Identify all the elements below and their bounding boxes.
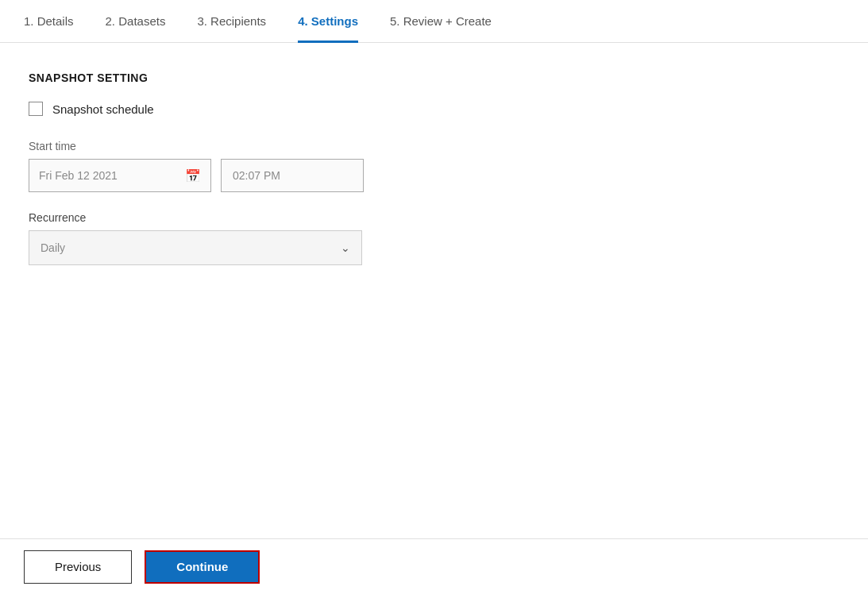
continue-button[interactable]: Continue <box>145 550 260 584</box>
chevron-down-icon: ⌄ <box>341 241 350 254</box>
date-time-row: Fri Feb 12 2021 📅 02:07 PM <box>29 159 839 192</box>
tab-datasets[interactable]: 2. Datasets <box>106 14 166 43</box>
time-input[interactable]: 02:07 PM <box>221 159 364 192</box>
tab-details[interactable]: 1. Details <box>24 14 74 43</box>
date-value: Fri Feb 12 2021 <box>39 169 179 182</box>
section-title: SNAPSHOT SETTING <box>29 71 839 84</box>
tab-recipients[interactable]: 3. Recipients <box>197 14 266 43</box>
calendar-icon: 📅 <box>185 168 201 183</box>
tab-review-create[interactable]: 5. Review + Create <box>390 14 492 43</box>
recurrence-selected: Daily <box>41 241 65 254</box>
tab-settings[interactable]: 4. Settings <box>298 14 358 43</box>
snapshot-schedule-label: Snapshot schedule <box>52 102 154 116</box>
snapshot-schedule-checkbox[interactable] <box>29 102 43 116</box>
snapshot-schedule-row: Snapshot schedule <box>29 102 839 116</box>
recurrence-label: Recurrence <box>29 211 839 224</box>
main-content: SNAPSHOT SETTING Snapshot schedule Start… <box>0 43 868 594</box>
page-container: 1. Details 2. Datasets 3. Recipients 4. … <box>0 0 868 594</box>
time-value: 02:07 PM <box>233 169 280 182</box>
date-input[interactable]: Fri Feb 12 2021 📅 <box>29 159 211 192</box>
start-time-label: Start time <box>29 140 839 152</box>
previous-button[interactable]: Previous <box>24 550 132 584</box>
recurrence-dropdown[interactable]: Daily ⌄ <box>29 230 362 265</box>
bottom-bar: Previous Continue <box>0 538 868 594</box>
wizard-tabs: 1. Details 2. Datasets 3. Recipients 4. … <box>0 0 868 43</box>
